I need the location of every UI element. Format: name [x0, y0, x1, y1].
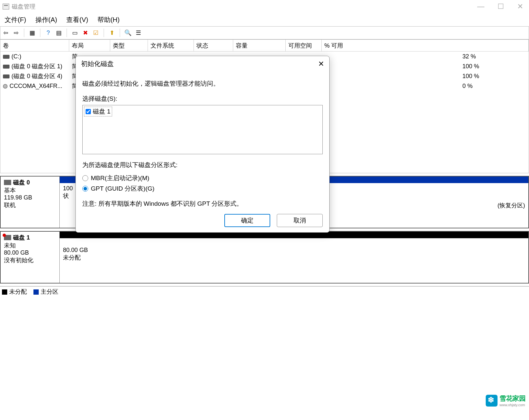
- minimize-button[interactable]: —: [477, 2, 484, 11]
- app-icon: [3, 4, 9, 10]
- close-button[interactable]: ✕: [517, 2, 523, 11]
- ok-button[interactable]: 确定: [224, 214, 270, 227]
- volume-icon: [3, 65, 10, 69]
- watermark: 雪花家园 www.xhjaty.com: [486, 394, 526, 407]
- recovery-partition: (恢复分区): [498, 201, 525, 209]
- menu-help[interactable]: 帮助(H): [97, 15, 120, 24]
- up-icon[interactable]: ⬆: [108, 29, 116, 37]
- col-percent[interactable]: % 可用: [322, 40, 529, 51]
- gpt-label: GPT (GUID 分区表)(G): [91, 184, 154, 193]
- legend-unallocated-icon: [2, 289, 7, 295]
- col-layout[interactable]: 布局: [69, 40, 110, 51]
- legend-primary-icon: [33, 289, 39, 295]
- delete-icon[interactable]: ✖: [81, 29, 89, 37]
- col-capacity[interactable]: 容量: [233, 40, 286, 51]
- volume-icon: [3, 74, 10, 78]
- column-headers: 卷 布局 类型 文件系统 状态 容量 可用空间 % 可用: [0, 40, 529, 52]
- disk1-panel[interactable]: 磁盘 1 未知 80.00 GB 没有初始化 80.00 GB 未分配: [0, 231, 529, 284]
- menu-bar: 文件(F) 操作(A) 查看(V) 帮助(H): [0, 13, 529, 26]
- gpt-radio[interactable]: [82, 186, 88, 192]
- watermark-logo-icon: [486, 395, 498, 407]
- disk-error-icon: [4, 235, 11, 240]
- disk-listbox[interactable]: 磁盘 1: [82, 105, 323, 154]
- title-bar: 磁盘管理 — ☐ ✕: [0, 0, 529, 13]
- cancel-button[interactable]: 取消: [277, 214, 323, 227]
- search-icon[interactable]: 🔍: [124, 29, 132, 37]
- dialog-message: 磁盘必须经过初始化，逻辑磁盘管理器才能访问。: [82, 79, 323, 88]
- volume-icon: [3, 55, 10, 59]
- select-disk-label: 选择磁盘(S):: [82, 94, 323, 103]
- disk-icon: [4, 180, 11, 185]
- back-icon[interactable]: ⇦: [2, 29, 10, 37]
- dialog-title: 初始化磁盘: [81, 59, 114, 68]
- disk-icon[interactable]: ▭: [71, 29, 79, 37]
- menu-file[interactable]: 文件(F): [5, 15, 26, 24]
- grid-icon[interactable]: ▦: [28, 29, 36, 37]
- legend: 未分配 主分区: [0, 286, 529, 297]
- initialize-disk-dialog: 初始化磁盘 ✕ 磁盘必须经过初始化，逻辑磁盘管理器才能访问。 选择磁盘(S): …: [75, 56, 330, 233]
- window-title: 磁盘管理: [12, 3, 35, 10]
- menu-action[interactable]: 操作(A): [35, 15, 57, 24]
- col-type[interactable]: 类型: [110, 40, 148, 51]
- disk-checkbox[interactable]: [86, 109, 91, 114]
- partition-style-label: 为所选磁盘使用以下磁盘分区形式:: [82, 161, 323, 169]
- col-status[interactable]: 状态: [194, 40, 233, 51]
- toolbar: ⇦ ⇨ ▦ ? ▤ ▭ ✖ ☑ ⬆ 🔍 ☰: [0, 26, 529, 39]
- mbr-radio[interactable]: [82, 175, 88, 181]
- col-volume[interactable]: 卷: [0, 40, 69, 51]
- maximize-button[interactable]: ☐: [498, 2, 504, 11]
- help-icon[interactable]: ?: [44, 29, 52, 37]
- props-icon[interactable]: ☰: [134, 29, 142, 37]
- mbr-label: MBR(主启动记录)(M): [91, 174, 149, 182]
- dialog-note: 注意: 所有早期版本的 Windows 都不识别 GPT 分区形式。: [82, 200, 323, 208]
- list-icon[interactable]: ▤: [55, 29, 63, 37]
- menu-view[interactable]: 查看(V): [66, 15, 88, 24]
- check-icon[interactable]: ☑: [92, 29, 100, 37]
- disk-list-item[interactable]: 磁盘 1: [84, 107, 112, 116]
- col-free[interactable]: 可用空间: [286, 40, 322, 51]
- forward-icon[interactable]: ⇨: [12, 29, 20, 37]
- unallocated-bar: [60, 232, 528, 238]
- dialog-close-icon[interactable]: ✕: [318, 60, 324, 68]
- cd-icon: [3, 84, 8, 89]
- col-fs[interactable]: 文件系统: [148, 40, 194, 51]
